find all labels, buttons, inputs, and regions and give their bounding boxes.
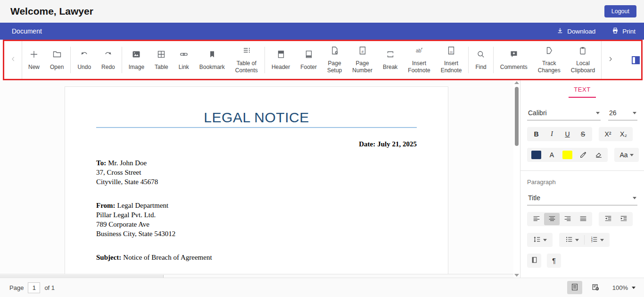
alignment-group [527,212,592,226]
web-layout-button[interactable] [588,281,603,294]
link-icon [179,50,189,61]
chevron-down-icon [632,287,636,289]
justify-button[interactable] [575,213,591,225]
find-button[interactable]: Find [470,41,491,79]
logout-button[interactable]: Logout [604,5,636,17]
header-button[interactable]: Header [266,41,295,79]
print-layout-button[interactable] [567,281,582,294]
toolbar-separator [468,47,469,73]
font-color-button[interactable]: A [544,149,560,161]
tab-text[interactable]: TEXT [527,85,637,98]
font-size-dropdown[interactable]: 26 [608,109,637,120]
break-button[interactable]: Break [378,41,403,79]
print-icon [611,27,619,36]
line-spacing-group [527,233,553,247]
image-icon [132,50,141,61]
download-label: Download [567,28,595,35]
clear-format-button[interactable] [591,149,606,161]
local-clipboard-button[interactable]: Local Clipboard [566,41,600,79]
highlight-color-swatch[interactable] [560,149,575,161]
table-button[interactable]: Table [149,41,173,79]
horizontal-scrollbar-thumb[interactable] [0,275,164,278]
font-family-dropdown[interactable]: Calibri [527,109,601,120]
document-viewer: LEGAL NOTICE Date:July 21, 2025 To:Mr. J… [0,80,513,278]
page-label: Page [9,284,24,291]
show-paragraph-marks-button[interactable]: ¶ [547,254,561,268]
page-setup-button[interactable]: Page Setup [322,41,347,79]
statusbar: Page of 1 100% [0,278,644,297]
properties-pane-toggle-button[interactable] [619,41,644,79]
align-center-button[interactable] [544,213,560,225]
scroll-up-arrow-icon[interactable] [514,81,519,84]
font-color-swatch[interactable] [528,149,544,161]
from-block: From:Legal Department Pillar Legal Pvt. … [96,201,417,238]
page-title: Welcome, Lawyer [10,6,93,17]
horizontal-scrollbar[interactable] [0,274,513,278]
bookmark-icon [207,50,217,61]
download-button[interactable]: Download [556,27,595,36]
undo-button[interactable]: Undo [72,41,96,79]
script-group: X² X₂ [599,127,633,141]
numbered-list-dropdown[interactable]: 123 [586,234,608,246]
image-button[interactable]: Image [124,41,149,79]
table-of-contents-button[interactable]: Table of Contents [230,41,263,79]
new-icon [29,50,39,61]
zoom-value: 100% [612,284,628,291]
bold-button[interactable]: B [528,128,544,140]
change-case-button[interactable]: Aa [616,149,637,161]
line-spacing-dropdown[interactable] [528,234,551,246]
text-properties-panel: TEXT Calibri 26 B I U S X² X₂ [520,80,644,278]
link-button[interactable]: Link [173,41,194,79]
break-icon [386,50,395,61]
paragraph-style-dropdown[interactable]: Title [527,194,637,205]
page-number-input[interactable] [28,282,40,293]
header-icon [276,50,286,61]
highlight-pen-button[interactable] [575,149,591,161]
align-right-button[interactable] [560,213,575,225]
redo-button[interactable]: Redo [96,41,120,79]
new-button[interactable]: New [23,41,45,79]
comments-button[interactable]: Comments [495,41,533,79]
svg-text:(ii): (ii) [450,51,453,53]
toolbar-scroll-left-button[interactable] [4,41,22,79]
toolbar-scroll-right-button[interactable] [601,41,619,79]
align-right-icon [563,214,572,224]
local-clipboard-icon [578,46,587,57]
highlighter-pen-icon [579,150,587,160]
app-header: Welcome, Lawyer Logout [0,0,644,23]
italic-button[interactable]: I [544,128,560,140]
paragraph-section-label: Paragraph [527,178,637,186]
strikethrough-button[interactable]: S [575,128,591,140]
subject-line: Subject:Notice of Breach of Agreement [96,253,417,262]
subscript-button[interactable]: X₂ [616,128,631,140]
download-icon [556,27,564,36]
page-number-button[interactable]: # Page Number [347,41,378,79]
print-button[interactable]: Print [611,27,636,36]
track-changes-button[interactable]: Track Changes [533,41,566,79]
vertical-scrollbar-thumb[interactable] [515,87,519,146]
zoom-dropdown[interactable]: 100% [612,284,636,291]
chevron-down-icon [596,112,600,114]
scroll-down-arrow-icon[interactable] [514,274,519,277]
indent-group [599,212,633,226]
increase-indent-button[interactable] [616,213,631,225]
undo-icon [80,50,89,61]
bookmark-button[interactable]: Bookmark [194,41,230,79]
insert-endnote-button[interactable]: (ii) Insert Endnote [436,41,467,79]
decrease-indent-button[interactable] [600,213,616,225]
footer-button[interactable]: Footer [295,41,322,79]
align-left-button[interactable] [528,213,544,225]
document-page[interactable]: LEGAL NOTICE Date:July 21, 2025 To:Mr. J… [65,86,448,274]
superscript-button[interactable]: X² [600,128,616,140]
redo-icon [103,50,113,61]
line-spacing-icon [533,235,541,245]
borders-button[interactable] [527,254,541,268]
bullet-list-dropdown[interactable] [561,234,583,246]
insert-footnote-button[interactable]: ab Insert Footnote [403,41,435,79]
open-button[interactable]: Open [45,41,69,79]
chevron-down-icon [575,239,579,241]
vertical-scrollbar[interactable] [513,80,520,278]
underline-button[interactable]: U [560,128,575,140]
find-icon [476,50,486,61]
chevron-right-icon [607,56,614,64]
